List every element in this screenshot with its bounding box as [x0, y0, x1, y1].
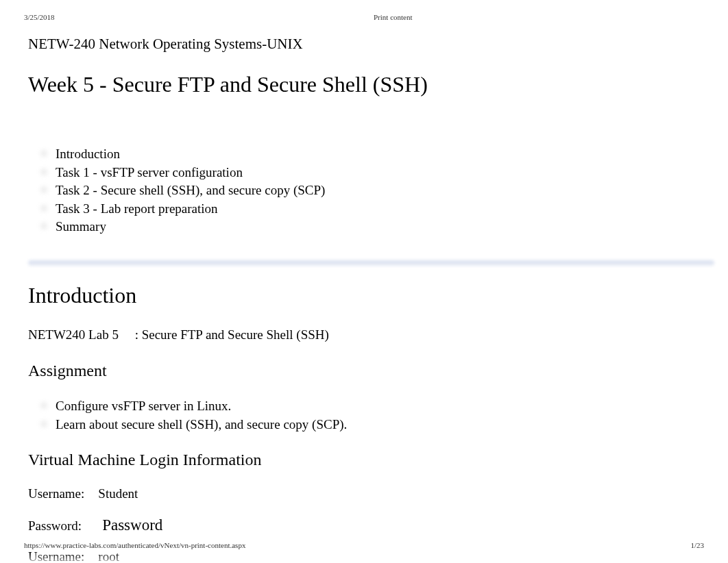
password-line: Password:Password	[28, 516, 714, 534]
toc-item: Task 2 - Secure shell (SSH), and secure …	[56, 182, 714, 200]
header-date: 3/25/2018	[24, 13, 55, 21]
toc-item: Summary	[56, 218, 714, 236]
assignment-item: Learn about secure shell (SSH), and secu…	[56, 416, 714, 434]
toc-list: Introduction Task 1 - vsFTP server confi…	[56, 145, 714, 236]
lab-suffix: : Secure FTP and Secure Shell (SSH)	[135, 327, 329, 342]
password-value: Password	[102, 516, 162, 534]
password-label: Password:	[28, 518, 82, 533]
username-label: Username:	[28, 486, 84, 501]
toc-item: Task 3 - Lab report preparation	[56, 200, 714, 218]
footer-page: 1/23	[690, 541, 704, 549]
assignment-list: Configure vsFTP server in Linux. Learn a…	[56, 397, 714, 434]
course-code: NETW-240 Network Operating Systems-UNIX	[28, 36, 714, 53]
bottom-fade	[0, 553, 728, 563]
username-line-1: Username:Student	[28, 486, 714, 501]
lab-prefix: NETW240 Lab 5	[28, 327, 119, 342]
lab-description: NETW240 Lab 5 : Secure FTP and Secure Sh…	[28, 327, 714, 342]
assignment-heading: Assignment	[28, 362, 714, 380]
introduction-heading: Introduction	[28, 283, 714, 308]
username-value: Student	[98, 486, 138, 501]
toc-item: Introduction	[56, 145, 714, 164]
vm-login-heading: Virtual Machine Login Information	[28, 451, 714, 469]
toc-item: Task 1 - vsFTP server configuration	[56, 164, 714, 182]
document-content: NETW-240 Network Operating Systems-UNIX …	[28, 36, 714, 563]
week-title: Week 5 - Secure FTP and Secure Shell (SS…	[28, 72, 714, 97]
footer-url: https://www.practice-labs.com/authentica…	[24, 541, 245, 549]
assignment-item: Configure vsFTP server in Linux.	[56, 397, 714, 416]
header-title: Print content	[374, 13, 413, 21]
section-divider	[28, 260, 714, 266]
